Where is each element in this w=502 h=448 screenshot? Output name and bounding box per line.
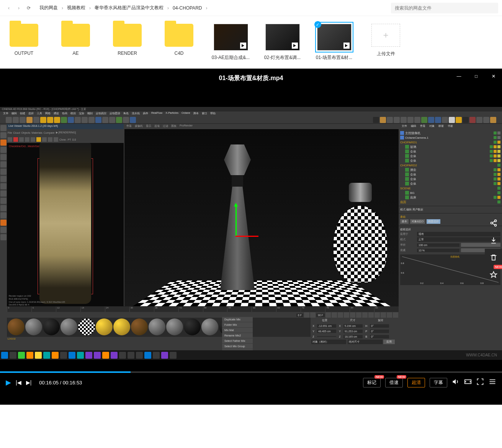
play-button[interactable]: ▶ (6, 378, 11, 387)
toolbar-icon (130, 117, 136, 123)
download-button[interactable] (485, 231, 502, 249)
axis-label: Y (337, 330, 343, 333)
menu-item: 文件 (3, 112, 8, 116)
breadcrumb-item[interactable]: 奢华香水风格图产品渲染中文教程 (95, 5, 164, 11)
coord-z-row: Z Z18.165 cm B0° (311, 334, 395, 339)
axis-label: 0.4 (440, 282, 443, 284)
chevron-right-icon: › (89, 5, 91, 11)
attr-label: 应用于 (400, 232, 415, 236)
vp-menu-item: ProRender (180, 124, 193, 129)
value-display: 0.0 (72, 138, 76, 141)
breadcrumb-root[interactable]: 我的网盘 (39, 5, 58, 11)
fullscreen-button[interactable] (476, 378, 484, 387)
timeline-btn (356, 312, 361, 318)
toolbar-icon (380, 117, 386, 123)
file-grid: OUTPUT AE RENDER C4D 03-AE后期合成&... 02-灯光… (0, 16, 502, 69)
live-viewer-title: Live Viewer Studio 2018.1.2 (20 days lef… (7, 124, 124, 129)
attr-label: 模式 (400, 238, 415, 241)
tree-row: CHOPARD2 (400, 163, 500, 167)
delete-button[interactable] (485, 249, 502, 266)
playlist-button[interactable] (489, 378, 496, 387)
tree-row: 金体 (400, 158, 500, 163)
refresh-button[interactable]: ⟳ (27, 5, 31, 11)
volume-button[interactable] (452, 378, 459, 387)
chevron-right-icon: › (62, 5, 63, 11)
current-time: 00:16:05 (39, 380, 59, 386)
folder-icon (113, 24, 142, 47)
tool-icon (0, 154, 7, 160)
timeline-btn (381, 312, 386, 318)
file-label: C4D (159, 51, 199, 56)
object-name: 金体 (410, 182, 416, 186)
channel-value: PT (68, 138, 71, 141)
mesh-icon (405, 195, 409, 199)
coord-value (317, 336, 336, 337)
vp-menu-item: 选项 (154, 124, 160, 129)
material-ball (61, 318, 77, 335)
progress-bar[interactable] (0, 371, 502, 373)
nav-forward-button[interactable]: › (15, 4, 23, 12)
viewport-3d: 网格间距：100 cm (124, 129, 399, 312)
coord-y-row: Y48.405 cm Y91.253 cm P0° (311, 328, 395, 334)
wide-button[interactable] (464, 378, 472, 387)
toolbar-icon (33, 117, 39, 123)
new-badge: NEW (374, 375, 384, 379)
axis-label: X (311, 325, 316, 327)
coord-mode-row: 对象（相对） 绝对尺寸 应用 (311, 339, 395, 345)
next-button[interactable]: ▶| (26, 379, 32, 386)
toolbar-icon (102, 117, 108, 123)
nav-back-button[interactable]: ‹ (5, 4, 13, 12)
maximize-button[interactable]: □ (468, 69, 485, 84)
toolbar-icon (54, 117, 60, 123)
breadcrumb-item[interactable]: 视频教程 (67, 5, 85, 11)
toolbar-icon (449, 117, 455, 123)
mesh-icon (405, 149, 409, 153)
folder-ae[interactable]: AE (56, 24, 96, 61)
render-preview: Checkline/Oct...Mesh/Gen/Oct... Render r… (7, 143, 124, 312)
video-file-03[interactable]: 03-AE后期合成&... (211, 24, 251, 61)
timeline-btn (304, 312, 309, 318)
subtitle-button[interactable]: 字幕 (430, 378, 447, 387)
folder-c4d[interactable]: C4D (159, 24, 199, 61)
tree-row: 酒壶 (400, 167, 500, 172)
timeline-btn (368, 312, 374, 318)
video-file-02[interactable]: 02-灯光布置&调... (262, 24, 303, 61)
material-ball (8, 318, 25, 335)
upload-button[interactable]: + 上传文件 (366, 24, 406, 61)
viewport-menu: 查看 摄像机 显示 选项 过滤 面板 ProRender (124, 124, 399, 129)
close-button[interactable]: ✕ (485, 69, 502, 84)
frame-tick: 60 (252, 307, 276, 312)
frame-tick: 6 (31, 307, 56, 312)
frame-tick: 72 (301, 307, 325, 312)
attr-label: 衰减 (400, 248, 415, 252)
lv-icon (31, 137, 35, 142)
lv-tab: Compare (44, 131, 55, 134)
menu-item: 帮助 (210, 112, 216, 116)
bottle-neck (232, 175, 243, 187)
toolbar-icon (116, 117, 122, 123)
video-file-01[interactable]: ✓ 01-场景布置&材... (314, 24, 354, 61)
minimize-button[interactable]: — (450, 69, 468, 84)
folder-output[interactable]: OUTPUT (4, 24, 44, 61)
share-button[interactable] (485, 214, 502, 231)
toolbar-icon (483, 117, 489, 123)
frame-tick: 42 (178, 307, 203, 312)
tool-icon (0, 176, 7, 182)
tool-icon (0, 190, 7, 197)
attr-tab: 基本 (400, 219, 409, 224)
pin-button[interactable]: NEW (485, 266, 502, 283)
quality-button[interactable]: 超清 (407, 378, 425, 387)
camera-icon (400, 131, 404, 135)
mark-button[interactable]: 标记 NEW (363, 378, 381, 387)
play-icon (240, 43, 246, 49)
bottle-body-wireframe (334, 206, 387, 282)
speed-button[interactable]: 倍速 NEW (385, 378, 403, 387)
menu-item: 动画 (62, 112, 67, 116)
breadcrumb-item[interactable]: 04-CHOPARD (173, 5, 202, 11)
folder-render[interactable]: RENDER (107, 24, 147, 61)
search-input[interactable] (391, 3, 498, 13)
toolbar-icon (387, 117, 393, 123)
prev-button[interactable]: |◀ (16, 379, 21, 386)
toolbar-icon (68, 117, 74, 123)
ctx-item: Select Father Mix (222, 338, 253, 344)
